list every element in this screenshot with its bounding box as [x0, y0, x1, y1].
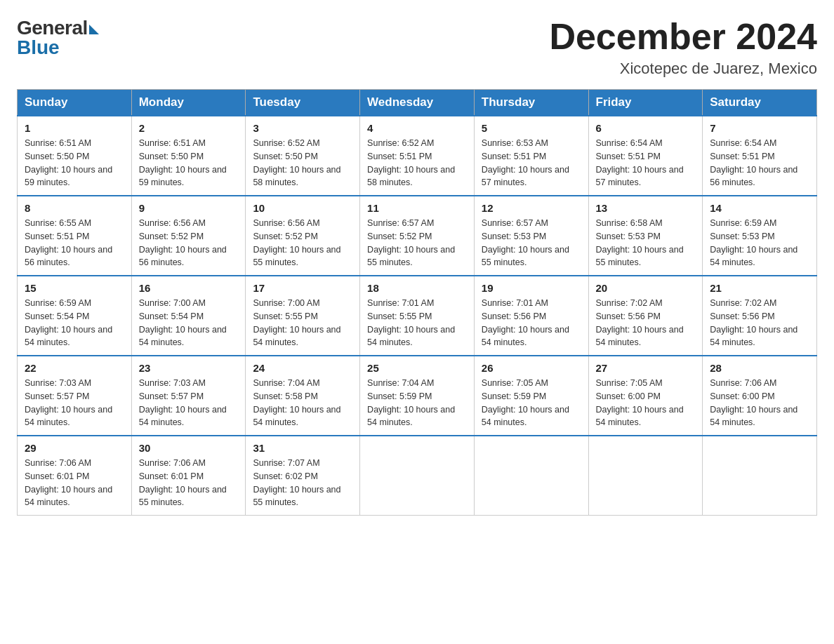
day-info: Sunrise: 6:57 AMSunset: 5:52 PMDaylight:…: [367, 218, 455, 267]
calendar-day-cell: 4 Sunrise: 6:52 AMSunset: 5:51 PMDayligh…: [360, 116, 475, 196]
calendar-day-header: Tuesday: [246, 90, 360, 116]
day-info: Sunrise: 6:55 AMSunset: 5:51 PMDaylight:…: [25, 218, 112, 267]
calendar-week-row: 1 Sunrise: 6:51 AMSunset: 5:50 PMDayligh…: [18, 116, 817, 196]
day-info: Sunrise: 7:00 AMSunset: 5:55 PMDaylight:…: [253, 298, 340, 347]
day-number: 8: [25, 202, 124, 214]
day-info: Sunrise: 7:02 AMSunset: 5:56 PMDaylight:…: [710, 298, 797, 347]
calendar-day-cell: 28 Sunrise: 7:06 AMSunset: 6:00 PMDaylig…: [703, 356, 817, 436]
calendar-day-cell: 19 Sunrise: 7:01 AMSunset: 5:56 PMDaylig…: [474, 276, 588, 356]
day-number: 18: [367, 282, 467, 294]
logo-blue-text: Blue: [17, 36, 60, 59]
day-number: 2: [139, 122, 239, 134]
day-info: Sunrise: 7:06 AMSunset: 6:00 PMDaylight:…: [710, 378, 797, 427]
calendar-day-cell: 5 Sunrise: 6:53 AMSunset: 5:51 PMDayligh…: [474, 116, 588, 196]
day-info: Sunrise: 6:58 AMSunset: 5:53 PMDaylight:…: [596, 218, 684, 267]
day-info: Sunrise: 7:03 AMSunset: 5:57 PMDaylight:…: [139, 378, 227, 427]
calendar-day-cell: [474, 436, 588, 516]
day-number: 27: [596, 362, 696, 374]
day-number: 30: [139, 442, 239, 454]
calendar-table: SundayMondayTuesdayWednesdayThursdayFrid…: [17, 89, 817, 516]
calendar-day-header: Sunday: [18, 90, 132, 116]
day-number: 25: [367, 362, 467, 374]
day-info: Sunrise: 7:06 AMSunset: 6:01 PMDaylight:…: [25, 458, 112, 507]
day-number: 1: [25, 122, 124, 134]
day-number: 24: [253, 362, 352, 374]
calendar-day-header: Thursday: [474, 90, 588, 116]
calendar-week-row: 8 Sunrise: 6:55 AMSunset: 5:51 PMDayligh…: [18, 196, 817, 276]
calendar-day-cell: 17 Sunrise: 7:00 AMSunset: 5:55 PMDaylig…: [246, 276, 360, 356]
day-number: 16: [139, 282, 239, 294]
calendar-week-row: 15 Sunrise: 6:59 AMSunset: 5:54 PMDaylig…: [18, 276, 817, 356]
day-info: Sunrise: 7:06 AMSunset: 6:01 PMDaylight:…: [139, 458, 227, 507]
calendar-day-cell: 1 Sunrise: 6:51 AMSunset: 5:50 PMDayligh…: [18, 116, 132, 196]
calendar-day-cell: 11 Sunrise: 6:57 AMSunset: 5:52 PMDaylig…: [360, 196, 475, 276]
calendar-day-cell: 21 Sunrise: 7:02 AMSunset: 5:56 PMDaylig…: [703, 276, 817, 356]
day-info: Sunrise: 6:59 AMSunset: 5:54 PMDaylight:…: [25, 298, 112, 347]
day-number: 17: [253, 282, 352, 294]
day-info: Sunrise: 7:03 AMSunset: 5:57 PMDaylight:…: [25, 378, 112, 427]
calendar-day-cell: [703, 436, 817, 516]
day-info: Sunrise: 6:53 AMSunset: 5:51 PMDaylight:…: [482, 138, 569, 187]
day-number: 23: [139, 362, 239, 374]
calendar-day-cell: 25 Sunrise: 7:04 AMSunset: 5:59 PMDaylig…: [360, 356, 475, 436]
calendar-day-cell: 31 Sunrise: 7:07 AMSunset: 6:02 PMDaylig…: [246, 436, 360, 516]
calendar-day-cell: 30 Sunrise: 7:06 AMSunset: 6:01 PMDaylig…: [131, 436, 246, 516]
day-info: Sunrise: 6:54 AMSunset: 5:51 PMDaylight:…: [596, 138, 684, 187]
calendar-day-cell: 18 Sunrise: 7:01 AMSunset: 5:55 PMDaylig…: [360, 276, 475, 356]
day-number: 26: [482, 362, 581, 374]
day-number: 11: [367, 202, 467, 214]
calendar-day-cell: 26 Sunrise: 7:05 AMSunset: 5:59 PMDaylig…: [474, 356, 588, 436]
calendar-day-cell: 23 Sunrise: 7:03 AMSunset: 5:57 PMDaylig…: [131, 356, 246, 436]
day-info: Sunrise: 6:54 AMSunset: 5:51 PMDaylight:…: [710, 138, 797, 187]
day-number: 5: [482, 122, 581, 134]
day-number: 22: [25, 362, 124, 374]
day-number: 31: [253, 442, 352, 454]
day-number: 15: [25, 282, 124, 294]
calendar-day-cell: 29 Sunrise: 7:06 AMSunset: 6:01 PMDaylig…: [18, 436, 132, 516]
day-number: 10: [253, 202, 352, 214]
day-number: 29: [25, 442, 124, 454]
day-number: 20: [596, 282, 696, 294]
day-number: 19: [482, 282, 581, 294]
day-number: 13: [596, 202, 696, 214]
calendar-day-cell: 20 Sunrise: 7:02 AMSunset: 5:56 PMDaylig…: [588, 276, 703, 356]
day-info: Sunrise: 7:01 AMSunset: 5:56 PMDaylight:…: [482, 298, 569, 347]
day-info: Sunrise: 6:51 AMSunset: 5:50 PMDaylight:…: [139, 138, 227, 187]
day-info: Sunrise: 6:56 AMSunset: 5:52 PMDaylight:…: [139, 218, 227, 267]
day-info: Sunrise: 6:56 AMSunset: 5:52 PMDaylight:…: [253, 218, 340, 267]
day-number: 6: [596, 122, 696, 134]
day-number: 12: [482, 202, 581, 214]
calendar-day-cell: 10 Sunrise: 6:56 AMSunset: 5:52 PMDaylig…: [246, 196, 360, 276]
day-number: 28: [710, 362, 809, 374]
day-info: Sunrise: 6:52 AMSunset: 5:51 PMDaylight:…: [367, 138, 455, 187]
day-number: 7: [710, 122, 809, 134]
month-title: December 2024: [549, 17, 817, 57]
day-info: Sunrise: 6:59 AMSunset: 5:53 PMDaylight:…: [710, 218, 797, 267]
day-info: Sunrise: 7:05 AMSunset: 6:00 PMDaylight:…: [596, 378, 684, 427]
calendar-week-row: 29 Sunrise: 7:06 AMSunset: 6:01 PMDaylig…: [18, 436, 817, 516]
title-block: December 2024 Xicotepec de Juarez, Mexic…: [549, 17, 817, 78]
day-info: Sunrise: 7:02 AMSunset: 5:56 PMDaylight:…: [596, 298, 684, 347]
calendar-day-cell: 15 Sunrise: 6:59 AMSunset: 5:54 PMDaylig…: [18, 276, 132, 356]
calendar-day-cell: 8 Sunrise: 6:55 AMSunset: 5:51 PMDayligh…: [18, 196, 132, 276]
logo: General Blue: [17, 17, 99, 59]
calendar-day-cell: 6 Sunrise: 6:54 AMSunset: 5:51 PMDayligh…: [588, 116, 703, 196]
day-info: Sunrise: 6:57 AMSunset: 5:53 PMDaylight:…: [482, 218, 569, 267]
calendar-day-header: Wednesday: [360, 90, 475, 116]
calendar-day-cell: 16 Sunrise: 7:00 AMSunset: 5:54 PMDaylig…: [131, 276, 246, 356]
calendar-day-header: Saturday: [703, 90, 817, 116]
calendar-day-cell: [588, 436, 703, 516]
day-info: Sunrise: 7:04 AMSunset: 5:59 PMDaylight:…: [367, 378, 455, 427]
calendar-day-cell: 12 Sunrise: 6:57 AMSunset: 5:53 PMDaylig…: [474, 196, 588, 276]
day-number: 4: [367, 122, 467, 134]
calendar-day-cell: 9 Sunrise: 6:56 AMSunset: 5:52 PMDayligh…: [131, 196, 246, 276]
location-title: Xicotepec de Juarez, Mexico: [549, 60, 817, 78]
day-number: 9: [139, 202, 239, 214]
day-number: 21: [710, 282, 809, 294]
calendar-day-cell: 27 Sunrise: 7:05 AMSunset: 6:00 PMDaylig…: [588, 356, 703, 436]
calendar-week-row: 22 Sunrise: 7:03 AMSunset: 5:57 PMDaylig…: [18, 356, 817, 436]
calendar-day-cell: 2 Sunrise: 6:51 AMSunset: 5:50 PMDayligh…: [131, 116, 246, 196]
calendar-day-header: Friday: [588, 90, 703, 116]
day-info: Sunrise: 7:05 AMSunset: 5:59 PMDaylight:…: [482, 378, 569, 427]
day-info: Sunrise: 7:04 AMSunset: 5:58 PMDaylight:…: [253, 378, 340, 427]
